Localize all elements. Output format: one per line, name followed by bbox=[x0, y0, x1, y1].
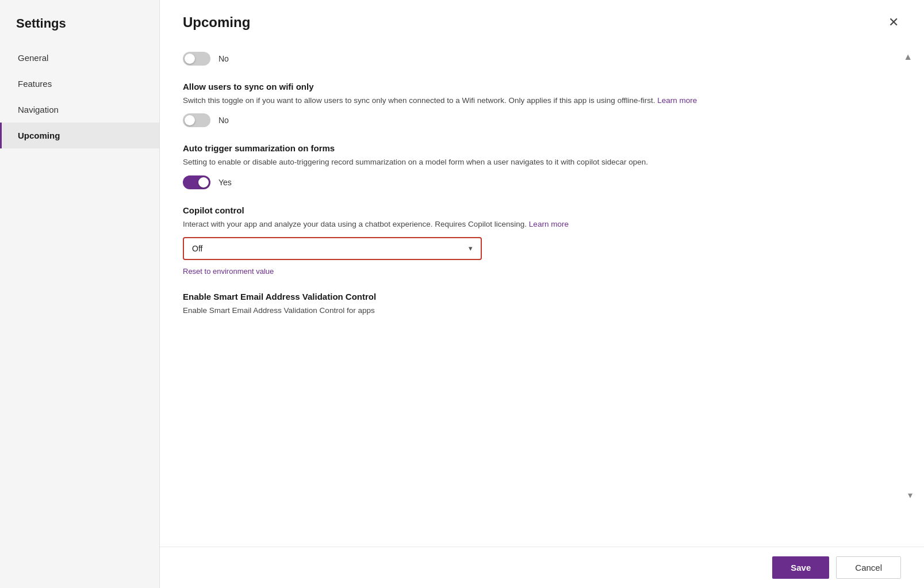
reset-to-environment-link[interactable]: Reset to environment value bbox=[183, 267, 901, 276]
wifi-learn-more-link[interactable]: Learn more bbox=[657, 96, 697, 105]
main-footer: Save Cancel bbox=[160, 547, 924, 588]
sidebar-title: Settings bbox=[0, 0, 159, 45]
top-toggle-section: No bbox=[183, 52, 901, 66]
copilot-dropdown-wrapper: Off On Default ▾ bbox=[183, 237, 482, 260]
sidebar-item-upcoming[interactable]: Upcoming bbox=[0, 123, 159, 148]
sidebar-item-navigation[interactable]: Navigation bbox=[0, 97, 159, 123]
sidebar: Settings General Features Navigation Upc… bbox=[0, 0, 160, 588]
auto-trigger-desc: Setting to enable or disable auto-trigge… bbox=[183, 156, 901, 168]
main-header: Upcoming ✕ bbox=[160, 0, 924, 40]
close-button[interactable]: ✕ bbox=[886, 14, 901, 31]
wifi-sync-title: Allow users to sync on wifi only bbox=[183, 82, 901, 91]
copilot-title: Copilot control bbox=[183, 205, 901, 215]
auto-trigger-toggle-row: Yes bbox=[183, 175, 901, 189]
sidebar-nav: General Features Navigation Upcoming bbox=[0, 45, 159, 148]
wifi-toggle-row: No bbox=[183, 113, 901, 127]
auto-trigger-title: Auto trigger summarization on forms bbox=[183, 143, 901, 153]
copilot-dropdown[interactable]: Off On Default bbox=[184, 238, 481, 259]
top-toggle[interactable] bbox=[183, 52, 210, 66]
copilot-control-section: Copilot control Interact with your app a… bbox=[183, 205, 901, 276]
cancel-button[interactable]: Cancel bbox=[836, 556, 901, 579]
main-panel: Upcoming ✕ ▲ No Allow users to sync on w… bbox=[160, 0, 924, 588]
top-toggle-row: No bbox=[183, 52, 901, 66]
copilot-desc: Interact with your app and analyze your … bbox=[183, 219, 901, 230]
wifi-toggle-label: No bbox=[218, 116, 229, 125]
wifi-sync-desc: Switch this toggle on if you want to all… bbox=[183, 95, 901, 106]
auto-trigger-section: Auto trigger summarization on forms Sett… bbox=[183, 143, 901, 189]
top-toggle-label: No bbox=[218, 54, 229, 63]
save-button[interactable]: Save bbox=[772, 556, 829, 579]
sidebar-item-features[interactable]: Features bbox=[0, 71, 159, 97]
sidebar-item-general[interactable]: General bbox=[0, 45, 159, 71]
auto-trigger-toggle[interactable] bbox=[183, 175, 210, 189]
scroll-down-arrow[interactable]: ▾ bbox=[908, 490, 913, 501]
copilot-learn-more-link[interactable]: Learn more bbox=[529, 220, 569, 228]
wifi-toggle[interactable] bbox=[183, 113, 210, 127]
scroll-up-arrow[interactable]: ▲ bbox=[903, 52, 913, 62]
copilot-dropdown-inner: Off On Default ▾ bbox=[184, 238, 481, 259]
wifi-sync-section: Allow users to sync on wifi only Switch … bbox=[183, 82, 901, 127]
smart-email-section: Enable Smart Email Address Validation Co… bbox=[183, 292, 901, 316]
main-content: ▲ No Allow users to sync on wifi only Sw… bbox=[160, 40, 924, 547]
auto-trigger-toggle-label: Yes bbox=[218, 178, 232, 187]
smart-email-desc: Enable Smart Email Address Validation Co… bbox=[183, 305, 901, 316]
smart-email-title: Enable Smart Email Address Validation Co… bbox=[183, 292, 901, 301]
page-title: Upcoming bbox=[183, 14, 250, 30]
